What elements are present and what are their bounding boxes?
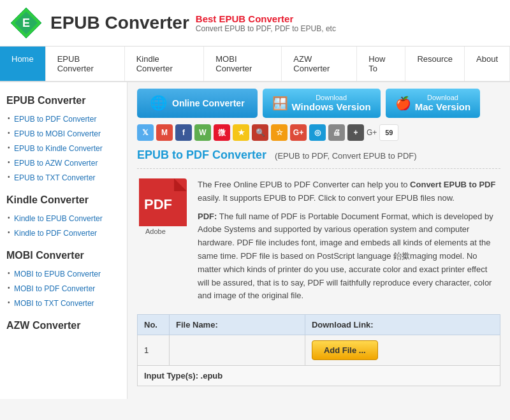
sidebar-kindle-to-pdf[interactable]: Kindle to PDF Converter <box>14 229 97 238</box>
nav-azw-converter[interactable]: AZW Converter <box>282 47 357 81</box>
page-title-block: EPUB to PDF Converter (EPUB to PDF, Conv… <box>137 148 500 169</box>
mac-icon: 🍎 <box>395 96 411 111</box>
sidebar-section-epub: EPUB Converter <box>6 95 120 106</box>
content-area: 🌐 Online Converter 🪟 Download Windows Ve… <box>127 82 510 399</box>
logo-icon: E <box>10 6 43 40</box>
col-no-header: No. <box>138 315 170 335</box>
sidebar-mobi-list: MOBI to EPUB Converter MOBI to PDF Conve… <box>6 266 120 310</box>
nav-how-to[interactable]: How To <box>357 47 405 81</box>
svg-text:Adobe: Adobe <box>145 228 166 235</box>
sidebar-mobi-to-epub[interactable]: MOBI to EPUB Converter <box>14 270 101 279</box>
description-block: PDF Adobe The Free Online EPUB to PDF Co… <box>137 178 500 303</box>
gplus-label: G+ <box>367 128 377 137</box>
col-filename-header: File Name: <box>170 315 305 335</box>
windows-btn-top: Download <box>292 94 371 101</box>
header: E EPUB Converter Best EPUB Converter Con… <box>0 0 510 47</box>
nav-about[interactable]: About <box>465 47 510 81</box>
pdf-label: PDF: <box>198 212 217 221</box>
download-mac-button[interactable]: 🍎 Download Mac Version <box>386 89 481 118</box>
sidebar-section-azw: AZW Converter <box>6 320 120 331</box>
twitter-icon[interactable]: 𝕏 <box>137 124 154 141</box>
sidebar-epub-to-mobi[interactable]: EPUB to MOBI Converter <box>14 129 101 138</box>
sidebar-epub-list: EPUB to PDF Converter EPUB to MOBI Conve… <box>6 112 120 185</box>
online-btn-label: Online Converter <box>172 98 245 108</box>
sidebar-kindle-list: Kindle to EPUB Converter Kindle to PDF C… <box>6 211 120 240</box>
star-icon[interactable]: ★ <box>233 124 249 141</box>
facebook-icon[interactable]: f <box>175 124 192 141</box>
mac-btn-bottom: Mac Version <box>415 101 471 113</box>
nav-home[interactable]: Home <box>0 47 46 81</box>
sidebar-mobi-to-txt[interactable]: MOBI to TXT Converter <box>14 299 94 308</box>
action-row: 🌐 Online Converter 🪟 Download Windows Ve… <box>137 89 500 118</box>
pdf-icon-wrap: PDF Adobe <box>137 178 188 303</box>
table-row: 1 Add File ... <box>138 335 500 366</box>
main-wrapper: EPUB Converter EPUB to PDF Converter EPU… <box>0 82 510 399</box>
sidebar-epub-to-kindle[interactable]: EPUB to Kindle Converter <box>14 144 103 153</box>
main-nav: Home EPUB Converter Kindle Converter MOB… <box>0 47 510 82</box>
windows-btn-bottom: Windows Version <box>292 101 371 113</box>
row-download: Add File ... <box>305 335 500 366</box>
add-file-button[interactable]: Add File ... <box>312 340 378 360</box>
gmail-icon[interactable]: M <box>156 124 173 141</box>
weibo-icon[interactable]: 微 <box>214 124 230 141</box>
print-icon[interactable]: 🖨 <box>328 124 345 141</box>
sidebar-epub-to-pdf[interactable]: EPUB to PDF Converter <box>14 115 96 124</box>
sidebar-epub-to-azw[interactable]: EPUB to AZW Converter <box>14 159 98 168</box>
gplus-count: 59 <box>379 124 398 141</box>
row-filename <box>170 335 305 366</box>
wechat-icon[interactable]: W <box>194 124 211 141</box>
star2-icon[interactable]: ☆ <box>271 124 288 141</box>
pdf-description: The full name of PDF is Portable Documen… <box>198 212 493 301</box>
download-windows-button[interactable]: 🪟 Download Windows Version <box>263 89 381 118</box>
svg-text:E: E <box>22 17 30 29</box>
nav-resource[interactable]: Resource <box>405 47 465 81</box>
row-no: 1 <box>138 335 170 366</box>
page-title-main: EPUB to PDF Converter <box>137 148 266 161</box>
description-text: The Free Online EPUB to PDF Converter ca… <box>198 178 500 303</box>
sidebar: EPUB Converter EPUB to PDF Converter EPU… <box>0 82 127 399</box>
globe-icon: 🌐 <box>150 95 167 112</box>
page-title-sub: (EPUB to PDF, Convert EPUB to PDF) <box>275 151 417 161</box>
windows-icon: 🪟 <box>272 96 288 111</box>
tagline-block: Best EPUB Converter Convert EPUB to PDF,… <box>196 13 336 33</box>
sidebar-mobi-to-pdf[interactable]: MOBI to PDF Converter <box>14 284 95 293</box>
nav-icon[interactable]: ◎ <box>309 124 326 141</box>
input-types-row: Input Type(s): .epub <box>138 366 500 386</box>
converter-table: No. File Name: Download Link: 1 Add File… <box>137 314 500 386</box>
col-download-header: Download Link: <box>305 315 500 335</box>
mac-btn-top: Download <box>415 94 471 101</box>
sidebar-section-kindle: Kindle Converter <box>6 194 120 206</box>
sidebar-epub-to-txt[interactable]: EPUB to TXT Converter <box>14 173 96 182</box>
plus-icon[interactable]: + <box>347 124 364 141</box>
search-social-icon[interactable]: 🔍 <box>252 124 268 141</box>
nav-mobi-converter[interactable]: MOBI Converter <box>204 47 282 81</box>
input-types-label: Input Type(s): .epub <box>138 366 500 386</box>
tagline-title: Best EPUB Converter <box>196 13 336 24</box>
svg-text:PDF: PDF <box>144 196 172 212</box>
desc-intro: The Free Online EPUB to PDF Converter ca… <box>198 180 410 189</box>
nav-kindle-converter[interactable]: Kindle Converter <box>125 47 205 81</box>
sidebar-section-mobi: MOBI Converter <box>6 250 120 261</box>
nav-epub-converter[interactable]: EPUB Converter <box>46 47 125 81</box>
desc-rest: easily. It supports EPUB to PDF. Click t… <box>198 193 455 203</box>
social-row: 𝕏 M f W 微 ★ 🔍 ☆ G+ ◎ 🖨 + G+ 59 <box>137 124 500 141</box>
online-converter-button[interactable]: 🌐 Online Converter <box>137 89 258 118</box>
sidebar-kindle-to-epub[interactable]: Kindle to EPUB Converter <box>14 214 103 223</box>
pdf-icon: PDF Adobe <box>139 178 187 236</box>
logo-text: EPUB Converter <box>50 13 189 33</box>
tagline-subtitle: Convert EPUB to PDF, PDF to EPUB, etc <box>196 24 336 33</box>
desc-bold: Convert EPUB to PDF <box>410 180 495 189</box>
gplus-icon[interactable]: G+ <box>290 124 307 141</box>
